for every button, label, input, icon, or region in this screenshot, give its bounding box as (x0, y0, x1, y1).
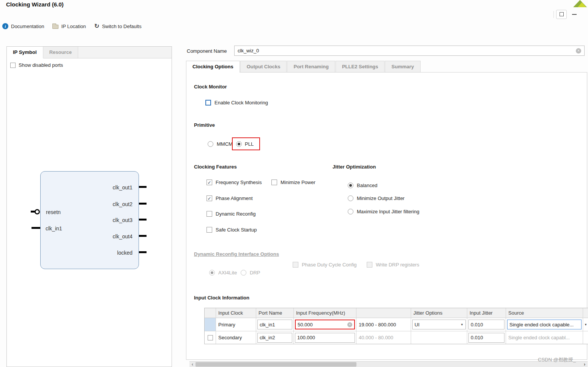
tab-plle2-settings[interactable]: PLLE2 Settings (336, 61, 385, 72)
chevron-down-icon: ▼ (460, 323, 463, 326)
minimize-output-jitter-radio[interactable] (348, 195, 353, 201)
header-port-name: Port Name (256, 308, 294, 318)
component-name-input[interactable] (238, 48, 576, 54)
documentation-label: Documentation (11, 24, 44, 29)
primary-input-jitter-cell: 0.010 (467, 318, 506, 331)
frequency-synthesis-checkbox[interactable] (207, 180, 212, 185)
header-selector (205, 308, 216, 318)
pll-option-highlight: PLL (232, 137, 260, 150)
frequency-synthesis-label: Frequency Synthesis (216, 180, 262, 185)
mmcm-radio[interactable] (208, 141, 213, 147)
clk-out1-pin (139, 186, 147, 188)
secondary-source-spacer (583, 331, 588, 344)
phase-alignment-checkbox[interactable] (207, 195, 212, 201)
port-clk-out3: clk_out3 (113, 217, 132, 223)
secondary-input-jitter-cell: 0.010 (467, 331, 506, 344)
primary-port-name-input[interactable]: clk_in1 (257, 320, 292, 329)
primary-row-selector[interactable] (205, 318, 216, 331)
scrollbar-thumb[interactable] (195, 362, 356, 367)
documentation-button[interactable]: i Documentation (2, 23, 44, 29)
scroll-left-arrow-icon[interactable]: ‹ (189, 362, 195, 367)
port-clk-out4: clk_out4 (113, 233, 132, 239)
balanced-radio[interactable] (348, 183, 353, 188)
pll-label: PLL (245, 141, 254, 147)
minimize-power-checkbox[interactable] (271, 180, 277, 185)
clear-component-name-icon[interactable]: × (576, 48, 581, 54)
primary-frequency-range-cell: 19.000 - 800.000 (356, 318, 411, 331)
ip-location-label: IP Location (61, 24, 86, 29)
enable-clock-monitoring-row: Enable Clock Monitoring (205, 100, 268, 106)
window-controls-separator (553, 11, 554, 18)
clk-out2-pin (139, 203, 147, 205)
table-row-primary: Primary clk_in1 50.000 × 19.000 - 800.00… (205, 318, 588, 331)
float-window-button[interactable] (556, 10, 567, 19)
window-title: Clocking Wizard (6.0) (6, 1, 64, 8)
clear-frequency-icon[interactable]: × (347, 322, 352, 327)
maximize-input-jitter-radio[interactable] (348, 209, 353, 214)
minimize-window-button[interactable] (569, 10, 580, 19)
show-disabled-ports-checkbox[interactable] (10, 63, 16, 68)
secondary-port-name-input[interactable]: clk_in2 (257, 333, 292, 343)
pll-radio[interactable] (236, 141, 242, 147)
primary-input-frequency-input[interactable]: 50.000 × (295, 320, 355, 329)
write-drp-registers-row: Write DRP registers (367, 262, 419, 268)
axi4lite-row: AXI4Lite (209, 270, 237, 276)
show-disabled-ports-row: Show disabled ports (10, 62, 63, 68)
balanced-row: Balanced (348, 183, 377, 188)
drp-row: DRP (241, 270, 260, 276)
table-header-row: Input Clock Port Name Input Frequency(MH… (205, 308, 588, 318)
tab-port-renaming[interactable]: Port Renaming (287, 61, 335, 72)
tab-ip-symbol[interactable]: IP Symbol (7, 47, 43, 58)
horizontal-scrollbar[interactable]: ‹ › (189, 361, 588, 367)
balanced-label: Balanced (357, 183, 377, 188)
enable-clock-monitoring-checkbox[interactable] (205, 100, 211, 106)
primary-source-caret-button[interactable]: ▼ (583, 318, 588, 331)
chevron-down-icon: ▼ (584, 323, 587, 326)
mmcm-label: MMCM (217, 141, 233, 147)
switch-to-defaults-button[interactable]: ↻ Switch to Defaults (94, 23, 141, 29)
phase-duty-cycle-config-label: Phase Duty Cycle Config (302, 262, 357, 268)
scroll-right-arrow-icon[interactable]: › (582, 362, 588, 367)
left-panel-tabbar: IP Symbol Resource (7, 47, 172, 58)
primary-port-name-value: clk_in1 (260, 322, 275, 328)
port-clk-out2: clk_out2 (113, 201, 132, 207)
minimize-icon (572, 14, 577, 15)
minimize-output-jitter-label: Minimize Output Jitter (357, 195, 405, 201)
ip-location-button[interactable]: IP Location (52, 24, 86, 29)
header-input-jitter: Input Jitter (467, 308, 506, 318)
safe-clock-startup-label: Safe Clock Startup (216, 227, 257, 233)
secondary-input-frequency-input[interactable]: 100.000 (295, 333, 355, 343)
drp-radio[interactable] (241, 270, 246, 276)
dynamic-reconfig-checkbox[interactable] (207, 211, 212, 217)
clk-in1-pin (32, 227, 40, 229)
clock-monitor-title: Clock Monitor (194, 84, 227, 90)
phase-duty-cycle-config-checkbox[interactable] (293, 262, 298, 268)
toolbar: i Documentation IP Location ↻ Switch to … (2, 22, 142, 30)
tab-output-clocks[interactable]: Output Clocks (240, 61, 287, 72)
tab-resource[interactable]: Resource (43, 47, 78, 58)
secondary-frequency-value: 100.000 (297, 335, 315, 340)
table-row-secondary: Secondary clk_in2 100.000 40.000 - 80.00… (205, 331, 588, 344)
safe-clock-startup-row: Safe Clock Startup (207, 227, 257, 233)
secondary-row-selector (205, 331, 216, 344)
port-resetn: resetn (46, 209, 61, 215)
header-source: Source (506, 308, 583, 318)
secondary-enable-checkbox[interactable] (208, 335, 213, 340)
locked-pin (139, 251, 147, 253)
config-tabbar: Clocking Options Output Clocks Port Rena… (186, 61, 421, 72)
tab-summary[interactable]: Summary (385, 61, 420, 72)
primary-input-jitter-input[interactable]: 0.010 (468, 320, 504, 329)
write-drp-registers-label: Write DRP registers (376, 262, 419, 268)
dynamic-reconfig-label: Dynamic Reconfig (216, 211, 256, 217)
tab-clocking-options[interactable]: Clocking Options (186, 61, 240, 72)
maximize-input-jitter-label: Maximize Input Jitter filtering (357, 209, 419, 214)
clocking-features-title: Clocking Features (194, 164, 237, 170)
primary-jitter-options-dropdown[interactable]: UI ▼ (412, 320, 466, 329)
axi4lite-radio[interactable] (209, 270, 215, 276)
primary-input-clock-cell: Primary (216, 318, 256, 331)
safe-clock-startup-checkbox[interactable] (207, 227, 212, 233)
write-drp-registers-checkbox[interactable] (367, 262, 372, 268)
header-input-frequency: Input Frequency(MHz) (294, 308, 356, 318)
primary-source-dropdown[interactable]: Single ended clock capable... (507, 320, 582, 329)
secondary-input-jitter-input[interactable]: 0.010 (468, 333, 504, 343)
